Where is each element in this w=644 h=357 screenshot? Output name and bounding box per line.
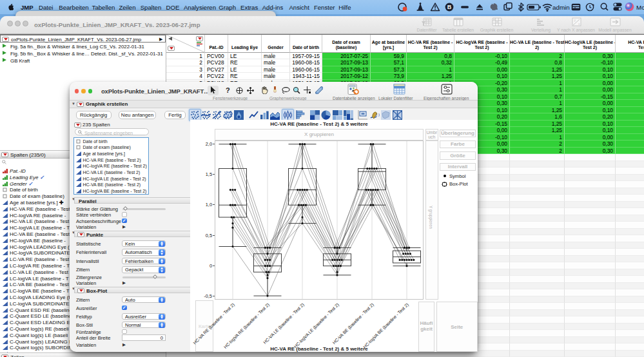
- svg-text:B: B: [447, 4, 452, 10]
- svg-text:(·): (·): [376, 113, 380, 117]
